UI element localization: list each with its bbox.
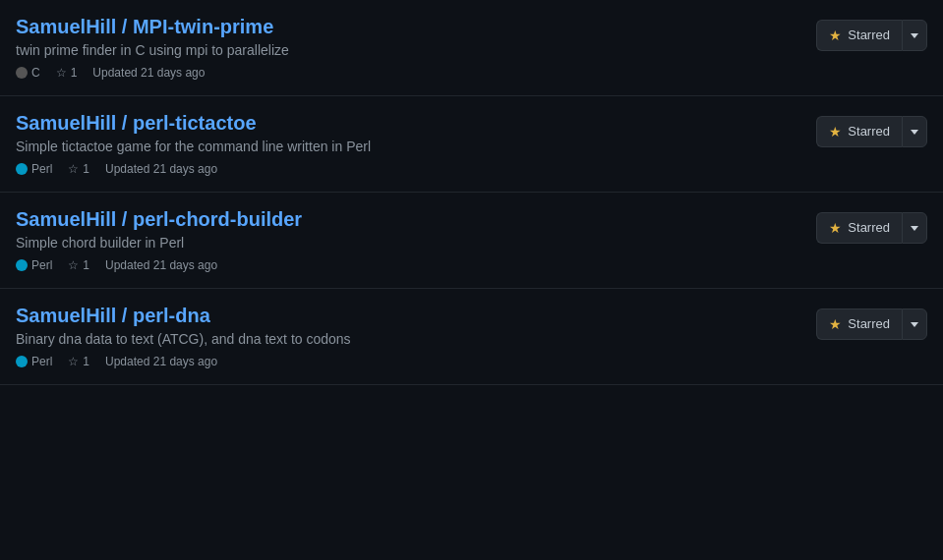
repo-description: twin prime finder in C using mpi to para… bbox=[16, 42, 800, 58]
starred-button[interactable]: ★Starred bbox=[816, 212, 902, 244]
repo-description: Binary dna data to text (ATCG), and dna … bbox=[16, 331, 800, 347]
starred-label: Starred bbox=[848, 314, 890, 334]
repo-item: SamuelHill / perl-tictactoeSimple tictac… bbox=[0, 96, 943, 193]
chevron-down-icon bbox=[911, 130, 918, 135]
star-dropdown-button[interactable] bbox=[902, 116, 927, 147]
starred-button[interactable]: ★Starred bbox=[816, 20, 902, 51]
language-label: Perl bbox=[31, 258, 52, 272]
star-button-group: ★Starred bbox=[816, 212, 927, 244]
repo-language: Perl bbox=[16, 355, 52, 368]
repo-meta: C☆1Updated 21 days ago bbox=[16, 66, 800, 80]
repo-name-link[interactable]: SamuelHill / perl-dna bbox=[16, 305, 210, 327]
repo-meta: Perl☆1Updated 21 days ago bbox=[16, 162, 800, 176]
repo-item: SamuelHill / perl-dnaBinary dna data to … bbox=[0, 289, 943, 385]
repo-name-link[interactable]: SamuelHill / perl-chord-builder bbox=[16, 208, 302, 231]
star-empty-icon: ☆ bbox=[56, 66, 67, 80]
repo-description: Simple chord builder in Perl bbox=[16, 235, 800, 251]
star-dropdown-button[interactable] bbox=[902, 212, 927, 244]
star-count[interactable]: ☆1 bbox=[56, 66, 78, 80]
star-dropdown-button[interactable] bbox=[902, 308, 927, 340]
repository-list: SamuelHill / MPI-twin-primetwin prime fi… bbox=[0, 0, 943, 385]
repo-description: Simple tictactoe game for the command li… bbox=[16, 139, 800, 154]
starred-label: Starred bbox=[848, 218, 890, 238]
language-label: Perl bbox=[31, 355, 52, 368]
star-filled-icon: ★ bbox=[829, 122, 842, 141]
chevron-down-icon bbox=[911, 33, 918, 38]
star-filled-icon: ★ bbox=[829, 26, 842, 45]
star-button-group: ★Starred bbox=[816, 308, 927, 340]
star-empty-icon: ☆ bbox=[68, 355, 79, 368]
updated-text: Updated 21 days ago bbox=[105, 355, 217, 368]
star-number: 1 bbox=[71, 66, 78, 80]
star-button-group: ★Starred bbox=[816, 116, 927, 147]
language-dot-icon bbox=[16, 259, 28, 271]
chevron-down-icon bbox=[911, 226, 918, 231]
chevron-down-icon bbox=[911, 322, 918, 327]
star-count[interactable]: ☆1 bbox=[68, 162, 89, 176]
repo-info: SamuelHill / perl-dnaBinary dna data to … bbox=[16, 305, 800, 368]
updated-text: Updated 21 days ago bbox=[105, 258, 217, 272]
star-button-group: ★Starred bbox=[816, 20, 927, 51]
language-dot-icon bbox=[16, 356, 28, 367]
updated-text: Updated 21 days ago bbox=[105, 162, 217, 176]
star-empty-icon: ☆ bbox=[68, 258, 79, 272]
repo-item: SamuelHill / MPI-twin-primetwin prime fi… bbox=[0, 0, 943, 96]
star-number: 1 bbox=[83, 162, 89, 176]
star-number: 1 bbox=[83, 355, 89, 368]
star-filled-icon: ★ bbox=[829, 218, 842, 238]
repo-name-link[interactable]: SamuelHill / perl-tictactoe bbox=[16, 112, 257, 135]
repo-item: SamuelHill / perl-chord-builderSimple ch… bbox=[0, 193, 943, 289]
repo-language: Perl bbox=[16, 162, 52, 176]
star-count[interactable]: ☆1 bbox=[68, 258, 89, 272]
repo-info: SamuelHill / MPI-twin-primetwin prime fi… bbox=[16, 16, 800, 80]
repo-name-link[interactable]: SamuelHill / MPI-twin-prime bbox=[16, 16, 273, 38]
starred-label: Starred bbox=[848, 26, 890, 45]
repo-info: SamuelHill / perl-tictactoeSimple tictac… bbox=[16, 112, 800, 176]
repo-info: SamuelHill / perl-chord-builderSimple ch… bbox=[16, 208, 800, 272]
star-empty-icon: ☆ bbox=[68, 162, 79, 176]
star-filled-icon: ★ bbox=[829, 314, 842, 334]
star-dropdown-button[interactable] bbox=[902, 20, 927, 51]
repo-language: Perl bbox=[16, 258, 52, 272]
updated-text: Updated 21 days ago bbox=[92, 66, 205, 80]
repo-meta: Perl☆1Updated 21 days ago bbox=[16, 355, 800, 368]
star-count[interactable]: ☆1 bbox=[68, 355, 89, 368]
language-dot-icon bbox=[16, 67, 28, 79]
starred-button[interactable]: ★Starred bbox=[816, 116, 902, 147]
repo-language: C bbox=[16, 66, 40, 80]
starred-label: Starred bbox=[848, 122, 890, 141]
language-label: Perl bbox=[31, 162, 52, 176]
star-number: 1 bbox=[83, 258, 89, 272]
repo-meta: Perl☆1Updated 21 days ago bbox=[16, 258, 800, 272]
starred-button[interactable]: ★Starred bbox=[816, 308, 902, 340]
language-dot-icon bbox=[16, 163, 28, 175]
language-label: C bbox=[31, 66, 40, 80]
